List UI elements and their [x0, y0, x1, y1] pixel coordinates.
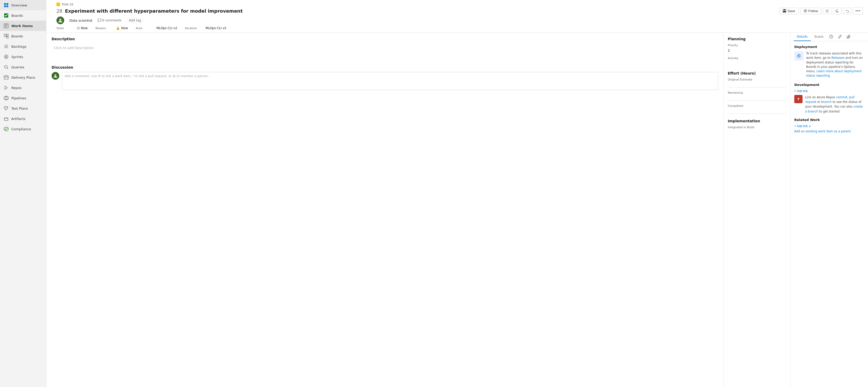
sprints-icon [4, 54, 9, 59]
queries-icon [4, 64, 9, 70]
implementation-title: Implementation [728, 119, 786, 123]
save-button[interactable]: Save [779, 8, 799, 14]
sidebar: Overview Boards Work items [0, 0, 46, 387]
discussion-section: Discussion Add a comment. Use # to link … [52, 65, 718, 90]
tab-scans[interactable]: Scans [811, 33, 827, 41]
deployment-card: To track releases associated with this w… [794, 51, 864, 78]
activity-value[interactable] [728, 61, 786, 66]
compliance-icon [4, 126, 9, 131]
sidebar-item-sprints[interactable]: Sprints [0, 52, 46, 62]
sidebar-item-delivery-plans[interactable]: Delivery Plans [0, 72, 46, 83]
fields-row: State New Reason 🔒 New [57, 24, 863, 32]
description-input[interactable]: Click to add Description [52, 43, 718, 59]
completed-field: Completed [728, 104, 786, 114]
reason-value[interactable]: 🔒 New [116, 26, 128, 30]
add-parent-link[interactable]: Add an existing work item as a parent [794, 129, 864, 133]
work-item-body: Description Click to add Description Dis… [46, 33, 868, 387]
sidebar-item-label: Artifacts [11, 117, 26, 121]
activity-field: Activity [728, 57, 786, 66]
dev-card: Link an Azure Repos commit, pull request… [794, 95, 864, 114]
boards-top-icon [4, 13, 9, 18]
related-add-link-button[interactable]: + Add link ∨ [794, 124, 811, 128]
releases-link[interactable]: Releases [831, 56, 844, 60]
state-value[interactable]: New [77, 26, 88, 30]
description-title: Description [52, 37, 718, 41]
work-item-toolbar: Save Follow [779, 7, 863, 14]
title-row: 28 Experiment with different hyperparame… [57, 7, 863, 14]
follow-button[interactable]: Follow [800, 8, 822, 14]
sidebar-item-boards-top[interactable]: Boards [0, 10, 46, 21]
state-indicator [77, 27, 80, 29]
lock-icon: 🔒 [116, 26, 120, 30]
remaining-value[interactable] [728, 95, 786, 100]
history-icon[interactable] [827, 33, 835, 41]
deployment-icon [794, 51, 804, 61]
priority-value[interactable]: 2 [728, 48, 786, 53]
commit-link[interactable]: commit [836, 95, 847, 99]
sidebar-item-overview[interactable]: Overview [0, 0, 46, 10]
svg-rect-11 [6, 36, 8, 38]
sidebar-item-pipelines[interactable]: Pipelines [0, 93, 46, 103]
learn-more-link[interactable]: Learn more about deployment status repor… [806, 69, 862, 78]
area-group: Area MLOps CLI v2 [135, 26, 177, 30]
sidebar-item-repos[interactable]: Repos [0, 83, 46, 93]
test-plans-icon [4, 106, 9, 111]
svg-rect-3 [6, 5, 8, 7]
comments-link[interactable]: 0 comments [98, 19, 122, 22]
attachment-icon[interactable] [844, 33, 853, 41]
svg-rect-10 [6, 34, 8, 36]
task-label: TASK 28 [57, 3, 863, 6]
sidebar-item-label: Delivery Plans [11, 76, 35, 80]
sidebar-item-label: Test Plans [11, 107, 28, 111]
left-panel: Description Click to add Description Dis… [46, 33, 724, 387]
sidebar-item-compliance[interactable]: Compliance [0, 124, 46, 134]
sidebar-item-label: Work items [11, 24, 33, 28]
sidebar-item-backlogs[interactable]: Backlogs [0, 41, 46, 52]
right-panel: Details Scans Deployment [790, 33, 868, 387]
settings-button[interactable] [823, 8, 831, 14]
repos-icon [4, 85, 9, 90]
effort-section: Effort (Hours) Original Estimate Remaini… [728, 71, 786, 114]
discussion-title: Discussion [52, 65, 718, 69]
undo-button[interactable] [843, 8, 851, 14]
backlogs-icon [4, 44, 9, 49]
discussion-comment-input[interactable]: Add a comment. Use # to link a work item… [62, 72, 718, 90]
add-tag-button[interactable]: Add tag [127, 18, 143, 23]
branch-link[interactable]: branch [822, 100, 832, 104]
link-icon[interactable] [836, 33, 844, 41]
sidebar-item-test-plans[interactable]: Test Plans [0, 103, 46, 114]
dev-add-link-button[interactable]: + Add link [794, 89, 808, 93]
sidebar-item-label: Backlogs [11, 44, 26, 49]
delivery-plans-icon [4, 75, 9, 80]
overview-icon [4, 3, 9, 8]
tab-details[interactable]: Details [794, 33, 811, 41]
sidebar-item-label: Sprints [11, 55, 23, 59]
work-item-header: TASK 28 28 Experiment with different hyp… [46, 0, 868, 33]
sidebar-item-work-items[interactable]: Work items [0, 21, 46, 31]
sidebar-item-artifacts[interactable]: Artifacts [0, 114, 46, 124]
iteration-value[interactable]: MLOps CLI v2 [206, 26, 226, 30]
completed-value[interactable] [728, 109, 786, 114]
more-options-button[interactable]: ••• [853, 7, 863, 14]
svg-point-35 [59, 19, 61, 21]
integrated-build-value[interactable] [728, 130, 786, 135]
middle-panel: Planning Priority 2 Activity Effort (Hou… [724, 33, 790, 387]
create-branch-link[interactable]: create a branch [805, 105, 863, 113]
svg-rect-1 [6, 3, 8, 5]
boards-icon [4, 33, 9, 39]
svg-rect-19 [4, 76, 8, 79]
area-value[interactable]: MLOps CLI v2 [156, 26, 177, 30]
sidebar-item-boards[interactable]: Boards [0, 31, 46, 41]
related-work-section: Related Work + Add link ∨ Add an existin… [794, 118, 864, 133]
iteration-group: Iteration MLOps CLI v2 [185, 26, 226, 30]
refresh-button[interactable] [833, 8, 841, 14]
original-estimate-value[interactable] [728, 82, 786, 87]
right-panel-content: Deployment To track releases associate [790, 41, 868, 387]
sidebar-item-queries[interactable]: Queries [0, 62, 46, 72]
description-section: Description Click to add Description [52, 37, 718, 59]
reason-group: Reason 🔒 New [95, 26, 128, 30]
deployment-description: To track releases associated with this w… [806, 51, 864, 78]
planning-section: Planning Priority 2 Activity [728, 37, 786, 66]
work-items-icon [4, 23, 9, 28]
main-content: TASK 28 28 Experiment with different hyp… [46, 0, 868, 387]
